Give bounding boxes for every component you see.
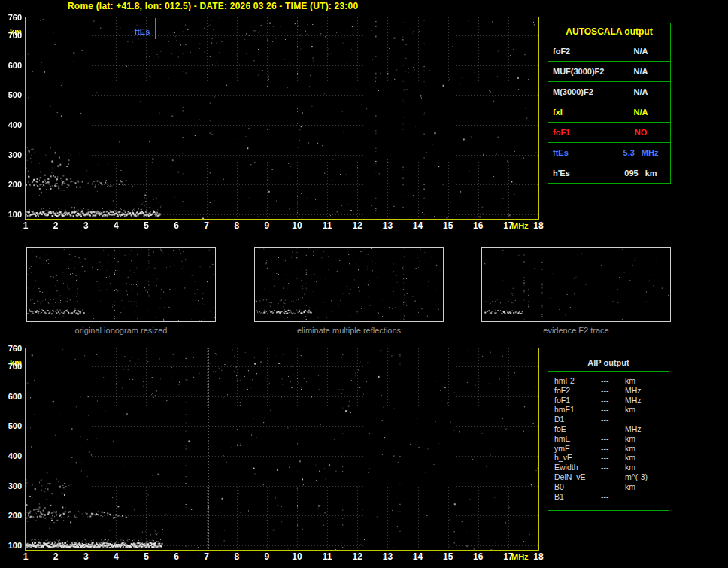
autoscala-screen: Rome (lat: +41.8, lon: 012.5) - DATE: 20…	[0, 0, 728, 568]
ionogram-main-canvas	[26, 17, 538, 219]
y-axis-tick-label: 600	[1, 61, 22, 70]
y-axis-tick-label: 200	[1, 511, 22, 520]
aip-param-value: ---	[601, 415, 625, 424]
x-axis-tick-label: 13	[383, 220, 393, 231]
y-axis-tick-label: 400	[1, 451, 22, 460]
x-axis-tick-label: 7	[204, 220, 209, 231]
autoscala-output-table-title: AUTOSCALA output	[548, 23, 670, 41]
autoscala-value-text: N/A	[634, 82, 648, 102]
aip-row: foE---MHz	[548, 424, 669, 434]
autoscala-output-rows: foF2N/AMUF(3000)F2N/AM(3000)F2N/AfxIN/Af…	[548, 41, 670, 183]
x-axis-tick-label: 4	[114, 551, 119, 562]
x-axis-tick-label: 14	[413, 551, 423, 562]
x-axis-tick-label: 2	[53, 551, 59, 562]
y-axis-tick-label: 200	[1, 180, 22, 189]
aip-param-unit: km	[625, 376, 669, 386]
y-axis-tick-label: 300	[1, 481, 22, 491]
autoscala-row: h'Es095km	[548, 163, 670, 183]
x-axis-tick-label: 18	[533, 551, 543, 562]
x-axis-tick-label: 16	[473, 220, 483, 231]
aip-output-table: AIP output hmF2---kmfoF2---MHzfoF1---MHz…	[548, 354, 669, 511]
aip-param-value: ---	[601, 396, 625, 405]
aip-param-unit: MHz	[625, 396, 669, 405]
x-axis-tick-label: 3	[83, 551, 89, 562]
autoscala-param-label: ftEs	[548, 143, 611, 163]
aip-row: hmF1---km	[548, 405, 669, 415]
x-axis-tick-label: 12	[353, 551, 362, 562]
x-axis-tick-label: 3	[83, 220, 89, 231]
ionogram-secondary-canvas	[26, 348, 538, 550]
thumbnail-evidence-f2-trace-canvas	[482, 248, 670, 321]
autoscala-param-value: N/A	[611, 82, 670, 102]
thumbnail-eliminate-reflections	[254, 247, 444, 322]
x-axis-tick-label: 9	[265, 220, 270, 231]
autoscala-row: ftEs5.3MHz	[548, 143, 670, 163]
x-axis-tick-label: 2	[53, 220, 59, 231]
aip-output-rows: hmF2---kmfoF2---MHzfoF1---MHzhmF1---kmD1…	[548, 372, 669, 510]
x-axis-tick-label: 7	[204, 551, 209, 562]
autoscala-param-label: foF2	[548, 41, 611, 61]
autoscala-value-text: 095	[624, 163, 638, 183]
x-axis-tick-label: 10	[292, 551, 302, 562]
aip-row: foF2---MHz	[548, 386, 669, 396]
thumbnail-original-ionogram	[26, 247, 216, 322]
aip-row: hmE---km	[548, 434, 669, 444]
x-axis-tick-label: 13	[383, 551, 393, 562]
thumbnail-evidence-f2-trace	[481, 247, 671, 322]
x-axis-tick-label: 15	[443, 220, 453, 231]
aip-param-unit: km	[625, 482, 669, 492]
autoscala-param-label: MUF(3000)F2	[548, 62, 611, 81]
thumbnail-eliminate-reflections-canvas	[255, 248, 443, 321]
y-axis-tick-label: 700	[1, 362, 22, 371]
autoscala-value-unit: MHz	[642, 143, 659, 163]
aip-param-value: ---	[601, 405, 625, 415]
aip-param-value: ---	[601, 463, 625, 472]
ionogram-secondary-plot: km MHz 760700600500400300200100123456789…	[25, 348, 539, 551]
autoscala-param-label: h'Es	[548, 163, 611, 183]
aip-row: Ewidth---km	[548, 463, 669, 472]
aip-row: h_vE---km	[548, 453, 669, 463]
ftes-marker-label: ftEs	[135, 27, 150, 36]
aip-param-unit: km	[625, 453, 669, 463]
y-axis-tick-label: 100	[1, 541, 22, 550]
thumbnail-caption-eliminate: eliminate multiple reflections	[254, 326, 444, 335]
aip-param-label: foF1	[548, 396, 601, 405]
thumbnail-original-ionogram-canvas	[27, 248, 215, 321]
autoscala-param-value: N/A	[611, 102, 670, 122]
aip-param-value: ---	[601, 492, 625, 502]
y-axis-tick-label: 100	[1, 210, 22, 219]
autoscala-value-unit: km	[645, 163, 657, 183]
x-axis-tick-label: 9	[265, 551, 270, 562]
autoscala-param-label: fxI	[548, 102, 611, 122]
autoscala-value-text: N/A	[634, 41, 648, 61]
autoscala-param-value: N/A	[611, 41, 670, 61]
y-axis-tick-label: 760	[1, 344, 22, 353]
aip-param-label: foF2	[548, 386, 601, 396]
y-axis-tick-label: 760	[1, 13, 22, 22]
x-axis-tick-label: 1	[23, 551, 29, 562]
aip-param-label: hmE	[548, 434, 601, 444]
aip-param-unit	[625, 415, 669, 424]
x-axis-tick-label: 8	[234, 551, 239, 562]
autoscala-output-table: AUTOSCALA output foF2N/AMUF(3000)F2N/AM(…	[548, 23, 671, 184]
x-axis-tick-label: 10	[292, 220, 302, 231]
aip-param-value: ---	[601, 444, 625, 454]
aip-param-label: D1	[548, 415, 601, 424]
aip-param-label: h_vE	[548, 453, 601, 463]
autoscala-value-text: NO	[635, 123, 648, 142]
ionogram-main-plot: ftEs km MHz 7607006005004003002001001234…	[25, 17, 539, 220]
x-axis-unit-label: MHz	[511, 221, 529, 230]
aip-param-unit: MHz	[625, 424, 669, 434]
aip-param-value: ---	[601, 453, 625, 463]
autoscala-param-label: M(3000)F2	[548, 82, 611, 102]
aip-row: hmF2---km	[548, 376, 669, 386]
autoscala-param-value: 5.3MHz	[611, 143, 670, 163]
aip-param-label: Ewidth	[548, 463, 601, 472]
aip-row: D1---	[548, 415, 669, 424]
aip-param-unit: MHz	[625, 386, 669, 396]
autoscala-param-value: N/A	[611, 62, 670, 81]
x-axis-unit-label: MHz	[511, 552, 529, 561]
x-axis-tick-label: 5	[144, 220, 149, 231]
x-axis-tick-label: 6	[174, 220, 179, 231]
autoscala-row: foF2N/A	[548, 41, 670, 62]
